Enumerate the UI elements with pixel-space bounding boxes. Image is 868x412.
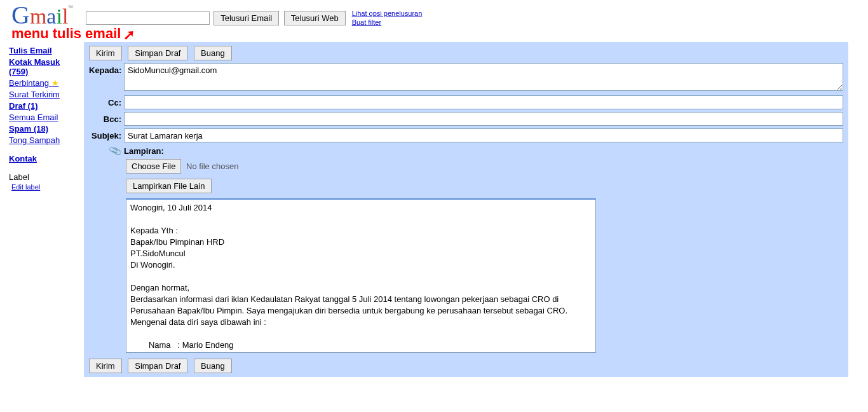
save-draft-button-bottom[interactable]: Simpan Draf [128, 359, 187, 373]
edit-label-link[interactable]: Edit label [11, 183, 79, 191]
drafts-link[interactable]: Draf (1) [9, 101, 79, 111]
star-icon: ★ [51, 78, 59, 88]
compose-panel: Kirim Simpan Draf Buang Kepada: Cc: Bcc: [84, 42, 848, 377]
discard-button-bottom[interactable]: Buang [194, 359, 232, 373]
search-options-link[interactable]: Lihat opsi penelusuran [352, 9, 423, 18]
compose-link[interactable]: Tulis Email [9, 46, 79, 55]
annotation-label: menu tulis email➚ [11, 25, 848, 42]
no-file-text: No file chosen [186, 161, 238, 171]
send-button-bottom[interactable]: Kirim [89, 359, 122, 373]
subject-field[interactable] [124, 128, 843, 142]
spam-link[interactable]: Spam (18) [9, 124, 79, 134]
arrow-icon: ➚ [123, 27, 135, 43]
gmail-logo: Gmail™ [11, 3, 73, 28]
attach-more-button[interactable]: Lampirkan File Lain [126, 179, 212, 193]
send-button-top[interactable]: Kirim [89, 46, 122, 60]
paperclip-icon: 📎 [107, 143, 123, 158]
create-filter-link[interactable]: Buat filter [352, 18, 423, 27]
cc-label: Cc: [89, 95, 124, 107]
bcc-field[interactable] [124, 112, 843, 126]
bcc-label: Bcc: [89, 112, 124, 124]
discard-button-top[interactable]: Buang [194, 46, 232, 60]
starred-link[interactable]: Berbintang ★ [9, 78, 79, 88]
search-input[interactable] [86, 11, 210, 25]
labels-header: Label [9, 172, 79, 182]
search-web-button[interactable]: Telusuri Web [284, 11, 346, 25]
to-label: Kepada: [89, 63, 124, 75]
save-draft-button-top[interactable]: Simpan Draf [128, 46, 187, 60]
cc-field[interactable] [124, 95, 843, 109]
trash-link[interactable]: Tong Sampah [9, 135, 79, 145]
sent-link[interactable]: Surat Terkirim [9, 90, 79, 99]
all-mail-link[interactable]: Semua Email [9, 113, 79, 122]
search-email-button[interactable]: Telusuri Email [214, 11, 279, 25]
attachment-label: Lampiran: [124, 146, 164, 156]
subject-label: Subjek: [89, 128, 124, 141]
inbox-link[interactable]: Kotak Masuk (759) [9, 57, 79, 76]
to-field[interactable] [124, 63, 843, 91]
message-body[interactable] [126, 198, 596, 353]
sidebar: Tulis Email Kotak Masuk (759) Berbintang… [0, 42, 84, 377]
choose-file-button[interactable]: Choose File [126, 159, 181, 174]
contacts-link[interactable]: Kontak [9, 154, 79, 163]
